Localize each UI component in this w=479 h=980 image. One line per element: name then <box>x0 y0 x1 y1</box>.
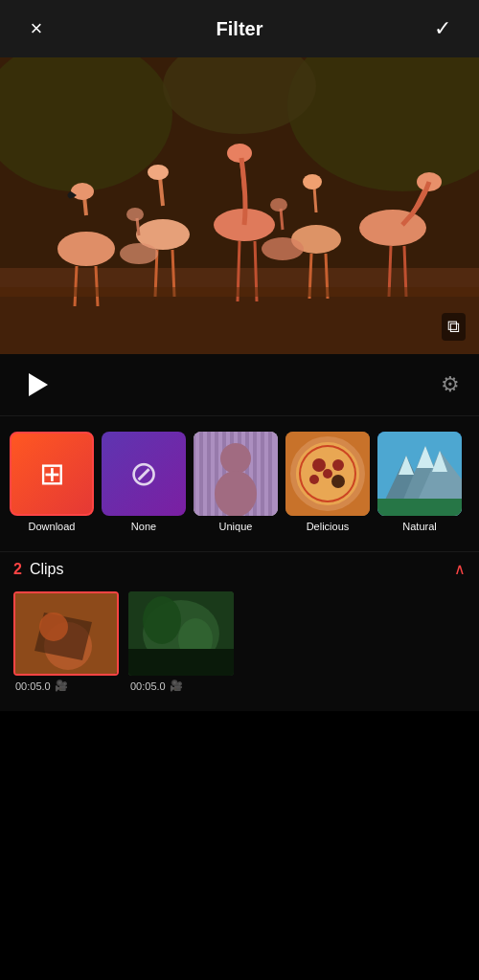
none-filter-icon: ⊘ <box>129 454 158 494</box>
clip-thumbnail-1 <box>13 591 119 676</box>
svg-point-76 <box>39 612 68 641</box>
filter-label-download: Download <box>29 521 76 532</box>
svg-point-27 <box>359 210 426 246</box>
clips-count: 2 <box>13 561 22 578</box>
svg-rect-72 <box>377 432 462 516</box>
compare-icon[interactable]: ⧉ <box>442 313 466 341</box>
clip-item-2[interactable]: 00:05.0 🎥 <box>128 591 234 692</box>
video-preview-container: ⧉ <box>0 57 479 354</box>
filter-item-delicious[interactable]: Delicious <box>285 432 370 532</box>
svg-rect-53 <box>194 432 278 516</box>
filter-label-delicious: Delicious <box>307 521 350 532</box>
svg-line-23 <box>314 187 316 212</box>
confirm-button[interactable]: ✓ <box>425 16 460 41</box>
filter-list: ⊞ Download ⊘ None <box>10 432 469 536</box>
svg-point-59 <box>332 459 344 471</box>
filter-item-natural[interactable]: Natural <box>377 432 462 532</box>
svg-point-34 <box>126 208 144 221</box>
svg-point-37 <box>270 198 287 212</box>
svg-point-58 <box>312 458 326 472</box>
filter-thumb-delicious <box>285 432 370 516</box>
filter-thumb-unique <box>194 432 278 516</box>
filter-thumb-natural <box>377 432 462 516</box>
clip-bg-image-2 <box>128 591 234 676</box>
svg-rect-38 <box>0 287 479 297</box>
natural-preview-svg <box>377 432 462 516</box>
clip-duration-2: 00:05.0 <box>130 680 166 692</box>
filter-item-download[interactable]: ⊞ Download <box>10 432 94 532</box>
download-filter-icon: ⊞ <box>39 456 65 492</box>
close-button[interactable]: × <box>19 16 54 41</box>
filter-item-unique[interactable]: Unique <box>194 432 278 532</box>
page-title: Filter <box>217 18 263 40</box>
clip-thumbnail-2 <box>128 591 234 676</box>
svg-point-9 <box>71 183 94 200</box>
filter-thumb-download: ⊞ <box>10 432 94 516</box>
svg-point-7 <box>57 232 115 266</box>
clips-chevron-icon[interactable]: ∧ <box>454 560 466 578</box>
clips-section: 2 Clips ∧ 00:05.0 🎥 <box>0 552 479 711</box>
svg-rect-81 <box>128 649 234 676</box>
clip2-svg <box>128 591 234 676</box>
svg-point-24 <box>303 174 322 189</box>
video-preview: ⧉ <box>0 57 479 354</box>
clip-info-1: 00:05.0 🎥 <box>13 679 119 692</box>
clip-item-1[interactable]: 00:05.0 🎥 <box>13 591 119 692</box>
svg-point-60 <box>309 475 319 484</box>
clip1-svg <box>15 593 119 676</box>
clips-header: 2 Clips ∧ <box>13 560 466 578</box>
svg-point-79 <box>143 596 181 644</box>
clip-video-icon-2: 🎥 <box>170 679 183 692</box>
clip-info-2: 00:05.0 🎥 <box>128 679 234 692</box>
filter-thumb-none: ⊘ <box>102 432 186 516</box>
svg-point-35 <box>262 237 304 260</box>
svg-point-62 <box>323 469 332 479</box>
play-button[interactable] <box>19 368 54 402</box>
settings-button[interactable]: ⚙ <box>441 372 460 397</box>
clip-bg-image-1 <box>15 593 117 674</box>
filter-label-none: None <box>131 521 156 532</box>
delicious-preview-svg <box>285 432 370 516</box>
filter-section: ⊞ Download ⊘ None <box>0 416 479 551</box>
filter-label-unique: Unique <box>219 521 253 532</box>
clip-duration-1: 00:05.0 <box>15 680 51 692</box>
clip-video-icon-1: 🎥 <box>55 679 68 692</box>
header: × Filter ✓ <box>0 0 479 57</box>
svg-point-14 <box>148 165 169 180</box>
svg-line-10 <box>75 266 77 306</box>
flamingo-scene <box>0 57 479 354</box>
controls-bar: ⚙ <box>0 354 479 415</box>
clips-label: Clips <box>30 561 64 578</box>
svg-line-11 <box>96 266 98 306</box>
svg-rect-6 <box>0 57 479 354</box>
unique-preview-svg <box>194 432 278 516</box>
svg-point-32 <box>120 243 158 264</box>
svg-line-36 <box>281 209 283 230</box>
play-icon <box>29 373 48 396</box>
filter-label-natural: Natural <box>402 521 436 532</box>
svg-point-61 <box>331 475 345 488</box>
filter-item-none[interactable]: ⊘ None <box>102 432 186 532</box>
clips-list: 00:05.0 🎥 00:05.0 🎥 <box>13 591 466 692</box>
